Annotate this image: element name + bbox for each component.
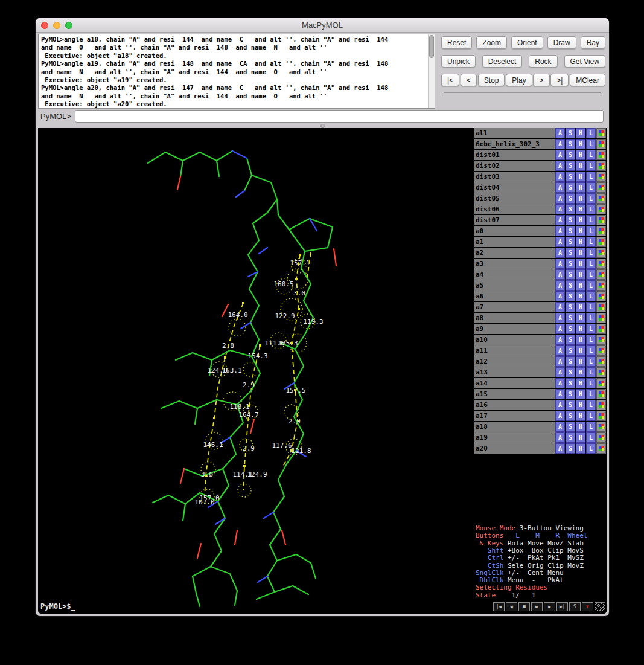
object-l-button[interactable]: L	[586, 182, 596, 193]
object-c-button[interactable]	[596, 161, 606, 171]
object-name[interactable]: a18	[474, 422, 555, 432]
object-l-button[interactable]: L	[586, 139, 596, 149]
object-l-button[interactable]: L	[586, 259, 596, 269]
object-c-button[interactable]	[596, 422, 606, 432]
object-c-button[interactable]	[596, 432, 606, 443]
object-l-button[interactable]: L	[586, 161, 596, 171]
object-name[interactable]: a10	[474, 335, 555, 345]
object-s-button[interactable]: S	[566, 432, 575, 443]
object-h-button[interactable]: H	[576, 237, 585, 247]
object-c-button[interactable]	[596, 356, 606, 367]
object-c-button[interactable]	[596, 443, 606, 454]
object-h-button[interactable]: H	[576, 172, 585, 182]
object-c-button[interactable]	[596, 193, 606, 204]
object-a-button[interactable]: A	[555, 356, 565, 367]
object-name[interactable]: all	[474, 128, 555, 138]
object-h-button[interactable]: H	[576, 422, 585, 432]
object-h-button[interactable]: H	[576, 204, 585, 214]
object-l-button[interactable]: L	[586, 204, 596, 214]
object-l-button[interactable]: L	[586, 400, 596, 410]
minimize-button[interactable]	[53, 22, 60, 29]
object-h-button[interactable]: H	[576, 356, 585, 367]
object-s-button[interactable]: S	[566, 193, 575, 204]
object-name[interactable]: 6cbc_helix_302_3	[474, 139, 555, 149]
object-h-button[interactable]: H	[576, 443, 585, 454]
object-s-button[interactable]: S	[566, 128, 575, 138]
object-a-button[interactable]: A	[555, 345, 565, 356]
go-to-start-button[interactable]: |◀	[493, 602, 505, 611]
object-c-button[interactable]	[596, 400, 606, 410]
object-l-button[interactable]: L	[586, 411, 596, 421]
object-l-button[interactable]: L	[586, 269, 596, 280]
object-s-button[interactable]: S	[566, 335, 575, 345]
console-scrollbar[interactable]	[428, 34, 435, 108]
object-s-button[interactable]: S	[566, 172, 575, 182]
object-l-button[interactable]: L	[586, 248, 596, 258]
object-s-button[interactable]: S	[566, 226, 575, 236]
object-s-button[interactable]: S	[566, 313, 575, 323]
object-c-button[interactable]	[596, 291, 606, 301]
object-s-button[interactable]: S	[566, 291, 575, 301]
object-c-button[interactable]	[596, 150, 606, 160]
object-a-button[interactable]: A	[555, 400, 565, 410]
toolbar-button-deselect[interactable]: Deselect	[482, 55, 523, 68]
object-a-button[interactable]: A	[555, 291, 565, 301]
toolbar-button-get-view[interactable]: Get View	[564, 55, 605, 68]
object-h-button[interactable]: H	[576, 161, 585, 171]
object-a-button[interactable]: A	[555, 193, 565, 204]
object-name[interactable]: a7	[474, 302, 555, 312]
object-name[interactable]: dist07	[474, 215, 555, 225]
object-s-button[interactable]: S	[566, 215, 575, 225]
object-h-button[interactable]: H	[576, 291, 585, 301]
object-h-button[interactable]: H	[576, 182, 585, 193]
object-a-button[interactable]: A	[555, 432, 565, 443]
object-c-button[interactable]	[596, 128, 606, 138]
object-l-button[interactable]: L	[586, 313, 596, 323]
object-name[interactable]: a5	[474, 280, 555, 291]
toolbar-button-orient[interactable]: Orient	[511, 36, 543, 49]
object-c-button[interactable]	[596, 237, 606, 247]
object-l-button[interactable]: L	[586, 237, 596, 247]
object-l-button[interactable]: L	[586, 367, 596, 377]
object-s-button[interactable]: S	[566, 411, 575, 421]
object-name[interactable]: a12	[474, 356, 555, 367]
object-name[interactable]: dist05	[474, 193, 555, 204]
object-h-button[interactable]: H	[576, 389, 585, 399]
object-s-button[interactable]: S	[566, 161, 575, 171]
object-h-button[interactable]: H	[576, 324, 585, 334]
object-s-button[interactable]: S	[566, 269, 575, 280]
object-c-button[interactable]	[596, 248, 606, 258]
object-c-button[interactable]	[596, 280, 606, 291]
object-a-button[interactable]: A	[555, 443, 565, 454]
object-s-button[interactable]: S	[566, 280, 575, 291]
object-h-button[interactable]: H	[576, 400, 585, 410]
object-c-button[interactable]	[596, 269, 606, 280]
object-name[interactable]: a2	[474, 248, 555, 258]
object-l-button[interactable]: L	[586, 193, 596, 204]
toolbar-button-[interactable]: <	[461, 74, 477, 86]
object-name[interactable]: dist06	[474, 204, 555, 214]
object-l-button[interactable]: L	[586, 378, 596, 388]
object-h-button[interactable]: H	[576, 378, 585, 388]
object-name[interactable]: a3	[474, 259, 555, 269]
object-s-button[interactable]: S	[566, 367, 575, 377]
object-l-button[interactable]: L	[586, 226, 596, 236]
object-name[interactable]: a11	[474, 345, 555, 356]
toolbar-button-[interactable]: >|	[550, 74, 569, 86]
object-s-button[interactable]: S	[566, 400, 575, 410]
object-h-button[interactable]: H	[576, 280, 585, 291]
object-a-button[interactable]: A	[555, 302, 565, 312]
object-s-button[interactable]: S	[566, 248, 575, 258]
toolbar-button-zoom[interactable]: Zoom	[476, 36, 507, 49]
object-l-button[interactable]: L	[586, 432, 596, 443]
object-s-button[interactable]: S	[566, 204, 575, 214]
console-output[interactable]: PyMOL>angle a18, chain "A" and resi 144 …	[38, 34, 435, 109]
object-a-button[interactable]: A	[555, 182, 565, 193]
object-name[interactable]: a19	[474, 432, 555, 443]
object-h-button[interactable]: H	[576, 259, 585, 269]
object-s-button[interactable]: S	[566, 259, 575, 269]
pymol-command-input[interactable]	[75, 110, 604, 123]
object-a-button[interactable]: A	[555, 226, 565, 236]
object-name[interactable]: a17	[474, 411, 555, 421]
object-name[interactable]: a9	[474, 324, 555, 334]
